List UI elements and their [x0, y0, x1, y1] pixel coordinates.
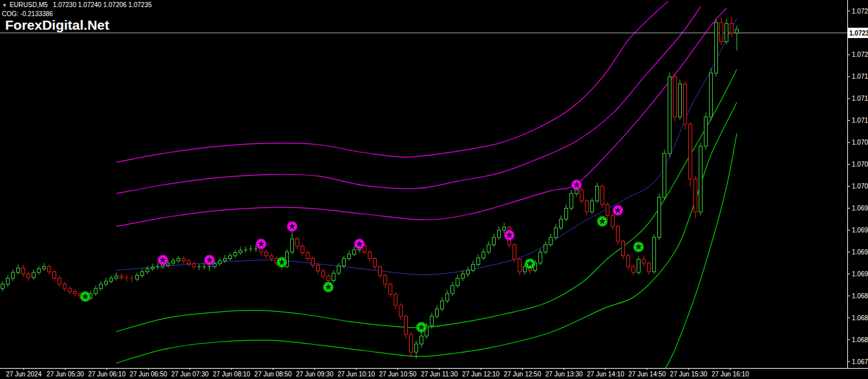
- y-axis-label: 1.0681: [852, 336, 868, 343]
- sell-signal-marker: [288, 221, 297, 231]
- candle: [684, 81, 687, 130]
- candle: [12, 269, 15, 281]
- candle: [244, 246, 248, 252]
- candle: [601, 185, 604, 208]
- candle: [63, 282, 67, 292]
- candle: [642, 256, 646, 267]
- candle: [368, 250, 372, 261]
- candle: [694, 176, 697, 219]
- y-axis-label: 1.0720: [852, 51, 868, 58]
- candle: [673, 74, 677, 121]
- candle: [394, 292, 397, 309]
- candle: [193, 261, 196, 269]
- candle: [611, 214, 615, 230]
- candle: [198, 263, 201, 270]
- candle: [234, 250, 237, 258]
- candle: [43, 263, 46, 271]
- y-axis-label: 1.0708: [852, 139, 868, 146]
- y-axis-label: 1.0702: [852, 183, 868, 190]
- candle: [467, 267, 470, 277]
- sell-signal-marker: [257, 239, 266, 249]
- plot-area: [0, 0, 847, 379]
- candle: [704, 112, 708, 150]
- candle: [187, 258, 191, 266]
- candle: [627, 254, 630, 271]
- candle: [156, 263, 160, 269]
- candle: [229, 252, 232, 260]
- candle: [648, 261, 651, 274]
- candle: [312, 256, 315, 268]
- mt4-chart-window: ▼EURUSD,M51.07230 1.07240 1.07206 1.0723…: [0, 0, 868, 379]
- candle: [565, 205, 568, 221]
- candle: [405, 315, 408, 338]
- candle: [570, 190, 573, 210]
- buy-signal-marker: [598, 216, 608, 226]
- buy-signal-marker: [417, 322, 427, 332]
- candle: [353, 246, 356, 256]
- candle: [596, 183, 599, 203]
- y-axis: 1.07261.07231.07201.07171.07141.07111.07…: [847, 8, 868, 365]
- candle: [653, 234, 656, 274]
- candle: [580, 188, 584, 204]
- candle: [239, 247, 242, 254]
- candle: [172, 258, 175, 265]
- x-axis-label: 27 Jun 10:50: [379, 371, 416, 378]
- buy-signal-marker: [81, 292, 90, 302]
- candle: [689, 122, 692, 187]
- center-line: [116, 18, 737, 274]
- candle: [591, 198, 594, 214]
- candle: [125, 274, 129, 281]
- candle: [637, 256, 640, 274]
- candle: [384, 274, 387, 287]
- candle: [141, 269, 144, 278]
- candle: [58, 276, 61, 287]
- x-axis-label: 27 Jun 2024: [6, 371, 41, 378]
- sell-signal-marker: [572, 180, 582, 190]
- x-axis-label: 27 Jun 15:30: [670, 371, 708, 378]
- candle: [151, 263, 154, 271]
- candle: [343, 256, 346, 268]
- candle: [539, 249, 542, 265]
- sell-signal-marker: [205, 255, 215, 265]
- candle: [32, 269, 36, 280]
- candle: [451, 282, 454, 296]
- y-axis-label: 1.0678: [852, 358, 868, 365]
- candle: [218, 258, 222, 265]
- x-axis: 27 Jun 202427 Jun 05:3027 Jun 06:1027 Ju…: [6, 368, 749, 378]
- x-axis-label: 27 Jun 12:10: [462, 371, 500, 378]
- candle: [720, 17, 723, 45]
- candle: [249, 245, 253, 252]
- candle: [110, 276, 113, 283]
- y-axis-label: 1.0690: [852, 271, 868, 278]
- candle: [379, 265, 382, 278]
- sell-signal-marker: [505, 230, 514, 240]
- candle: [725, 19, 728, 45]
- candle: [549, 234, 553, 247]
- candle: [487, 241, 491, 254]
- candle: [663, 150, 666, 200]
- upper-band-3: [116, 0, 670, 162]
- sell-signal-marker: [613, 205, 623, 215]
- chart-canvas: 1.07261.07231.07201.07171.07141.07111.07…: [0, 0, 868, 379]
- candle: [606, 202, 609, 219]
- x-axis-label: 27 Jun 08:50: [255, 371, 292, 378]
- candle: [736, 26, 739, 50]
- candlesticks: [1, 17, 739, 358]
- sell-signal-marker: [158, 255, 168, 265]
- candle: [730, 17, 734, 37]
- candle: [1, 282, 5, 292]
- candle: [710, 68, 713, 120]
- candle: [115, 272, 118, 280]
- candle: [69, 286, 72, 294]
- candle: [105, 278, 108, 287]
- lower-band-3: [633, 134, 737, 379]
- candle: [131, 276, 134, 282]
- candle: [399, 303, 403, 320]
- candle: [322, 269, 325, 279]
- candle: [301, 244, 304, 256]
- candle: [182, 256, 185, 263]
- candle: [27, 272, 30, 282]
- candle: [441, 297, 444, 311]
- buy-signal-marker: [277, 258, 287, 267]
- candle: [503, 223, 506, 233]
